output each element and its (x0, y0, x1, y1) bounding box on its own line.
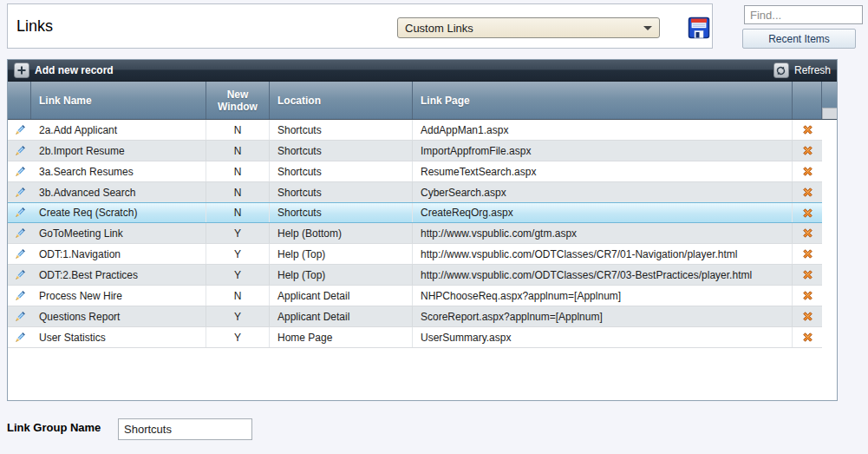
cell-location: Shortcuts (270, 120, 413, 140)
cell-new-window: Y (206, 223, 270, 243)
link-group-dropdown-value: Custom Links (405, 22, 643, 35)
edit-row-button[interactable] (14, 332, 26, 344)
table-row[interactable]: 2a.Add Applicant N Shortcuts AddAppMan1.… (8, 120, 822, 141)
edit-row-button[interactable] (14, 124, 26, 136)
delete-row-button[interactable] (802, 332, 813, 343)
grid-toolbar: Add new record Refresh (8, 60, 837, 82)
delete-x-icon (802, 227, 813, 239)
edit-cell (8, 182, 31, 202)
table-row[interactable]: 2b.Import Resume N Shortcuts ImportAppfr… (8, 141, 822, 161)
cell-location: Help (Top) (270, 244, 413, 264)
find-input[interactable] (744, 5, 863, 24)
delete-x-icon (802, 248, 813, 260)
table-row[interactable]: 3a.Search Resumes N Shortcuts ResumeText… (8, 161, 822, 182)
cell-link-name: ODT:2.Best Practices (31, 265, 206, 285)
delete-row-button[interactable] (802, 124, 813, 135)
cell-link-name: Process New Hire (31, 286, 206, 306)
link-group-name-input[interactable] (118, 418, 252, 440)
delete-x-icon (802, 187, 813, 198)
delete-x-icon (802, 145, 813, 156)
edit-row-button[interactable] (14, 145, 26, 157)
table-row[interactable]: 3b.Advanced Search N Shortcuts CyberSear… (8, 182, 822, 203)
column-header-new-window[interactable]: New Window (206, 82, 270, 119)
cell-link-page: CreateReqOrg.aspx (413, 203, 793, 222)
delete-row-button[interactable] (802, 290, 813, 301)
cell-location: Shortcuts (270, 182, 413, 202)
table-row[interactable]: Questions Report Y Applicant Detail Scor… (8, 306, 822, 327)
cell-new-window: N (206, 120, 270, 140)
edit-cell (8, 223, 31, 243)
cell-link-name: Questions Report (31, 306, 206, 326)
cell-link-name: 2b.Import Resume (31, 141, 206, 161)
pencil-icon (14, 227, 26, 240)
add-new-record-button[interactable]: Add new record (14, 63, 114, 78)
add-new-record-label: Add new record (35, 64, 114, 76)
cell-new-window: Y (206, 244, 270, 264)
cell-location: Help (Bottom) (270, 223, 413, 243)
edit-row-button[interactable] (14, 227, 26, 240)
cell-link-page: http://www.vspublic.com/gtm.aspx (413, 223, 793, 243)
save-button[interactable] (688, 16, 710, 40)
edit-cell (8, 203, 31, 222)
cell-location: Help (Top) (270, 265, 413, 285)
link-group-dropdown[interactable]: Custom Links (397, 17, 660, 38)
edit-cell (8, 327, 31, 347)
cell-link-page: ImportAppfromFile.aspx (413, 141, 793, 161)
edit-row-button[interactable] (14, 166, 26, 178)
edit-cell (8, 286, 31, 306)
delete-row-button[interactable] (802, 145, 813, 156)
edit-cell (8, 141, 31, 161)
chevron-down-icon (643, 26, 652, 30)
table-row[interactable]: GoToMeeting Link Y Help (Bottom) http://… (8, 223, 822, 244)
cell-new-window: N (206, 203, 270, 222)
refresh-label: Refresh (794, 64, 831, 76)
column-header-location[interactable]: Location (270, 82, 413, 119)
edit-row-button[interactable] (14, 207, 26, 219)
edit-cell (8, 120, 31, 140)
table-row[interactable]: Create Req (Scratch) N Shortcuts CreateR… (8, 202, 822, 223)
edit-row-button[interactable] (14, 290, 26, 302)
delete-row-button[interactable] (802, 311, 813, 322)
cell-link-page: ScoreReport.aspx?applnum=[Applnum] (413, 306, 793, 326)
table-row[interactable]: User Statistics Y Home Page UserSummary.… (8, 327, 822, 348)
floppy-disk-icon (688, 16, 710, 40)
cell-location: Applicant Detail (270, 306, 413, 326)
cell-location: Shortcuts (270, 203, 413, 222)
grid-header-row: Link Name New Window Location Link Page (8, 82, 837, 120)
delete-row-button[interactable] (802, 166, 813, 177)
title-panel: Links Custom Links (7, 3, 713, 49)
delete-cell (793, 327, 822, 347)
recent-items-button[interactable]: Recent Items (742, 29, 856, 49)
delete-row-button[interactable] (802, 227, 813, 239)
delete-cell (793, 120, 822, 140)
delete-cell (793, 141, 822, 161)
delete-row-button[interactable] (802, 207, 813, 219)
delete-x-icon (802, 124, 813, 135)
pencil-icon (14, 187, 26, 199)
cell-new-window: Y (206, 306, 270, 326)
cell-link-page: CyberSearch.aspx (413, 182, 793, 202)
table-row[interactable]: Process New Hire N Applicant Detail NHPC… (8, 286, 822, 306)
delete-row-button[interactable] (802, 248, 813, 260)
table-row[interactable]: ODT:2.Best Practices Y Help (Top) http:/… (8, 265, 822, 286)
refresh-button[interactable]: Refresh (773, 63, 831, 78)
delete-cell (793, 265, 822, 285)
column-header-link-name[interactable]: Link Name (31, 82, 206, 119)
delete-x-icon (802, 166, 813, 177)
edit-row-button[interactable] (14, 311, 26, 323)
edit-row-button[interactable] (14, 187, 26, 199)
column-header-link-page[interactable]: Link Page (413, 82, 793, 119)
cell-new-window: N (206, 286, 270, 306)
edit-row-button[interactable] (14, 248, 26, 260)
cell-new-window: N (206, 161, 270, 181)
delete-cell (793, 203, 822, 222)
pencil-icon (14, 332, 26, 344)
delete-row-button[interactable] (802, 269, 813, 280)
edit-row-button[interactable] (14, 269, 26, 281)
pencil-icon (14, 248, 26, 260)
table-row[interactable]: ODT:1.Navigation Y Help (Top) http://www… (8, 244, 822, 265)
cell-link-name: 2a.Add Applicant (31, 120, 206, 140)
cell-link-page: http://www.vspublic.com/ODTClasses/CR7/0… (413, 244, 793, 264)
delete-row-button[interactable] (802, 187, 813, 198)
links-grid: Add new record Refresh Link Name New Win… (7, 59, 838, 401)
